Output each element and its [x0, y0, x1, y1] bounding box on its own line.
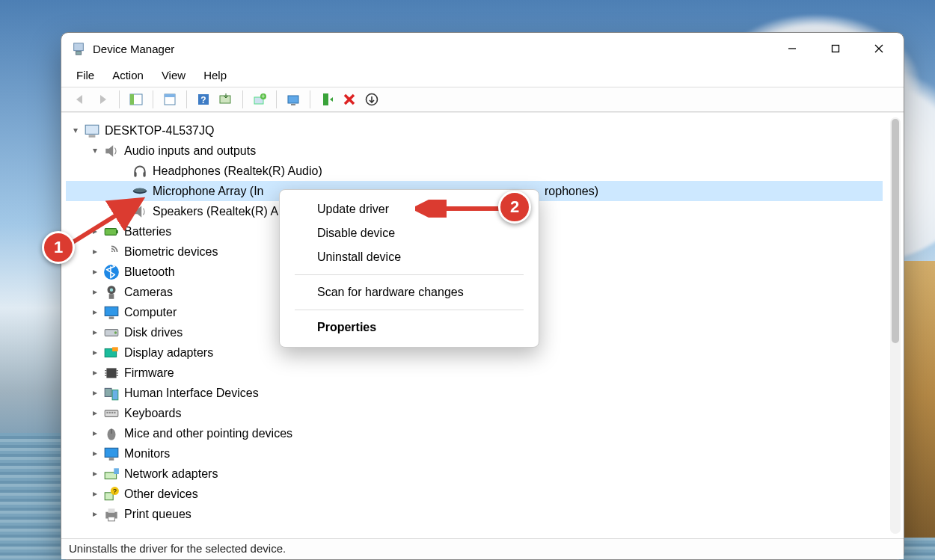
tree-category-firmware[interactable]: Firmware — [66, 363, 883, 383]
chevron-right-icon[interactable] — [90, 443, 100, 464]
svg-rect-50 — [111, 411, 113, 413]
chevron-right-icon[interactable] — [90, 342, 100, 363]
tree-category-print[interactable]: Print queues — [66, 504, 883, 524]
properties-button[interactable] — [159, 90, 180, 109]
chip-icon — [103, 365, 120, 381]
window-controls — [770, 33, 901, 64]
uninstall-device-button[interactable] — [339, 90, 360, 109]
menu-file[interactable]: File — [69, 67, 102, 84]
svg-rect-17 — [291, 104, 295, 105]
tree-item-headphones[interactable]: Headphones (Realtek(R) Audio) — [66, 161, 883, 181]
disk-icon — [103, 324, 120, 341]
back-button[interactable] — [70, 90, 91, 109]
hid-icon — [103, 385, 120, 401]
svg-rect-45 — [105, 388, 111, 396]
chevron-right-icon[interactable] — [90, 464, 100, 484]
context-menu-properties[interactable]: Properties — [280, 316, 539, 339]
tree-category-label: Bluetooth — [124, 262, 175, 282]
context-menu-disable-device[interactable]: Disable device — [280, 221, 539, 245]
svg-rect-23 — [143, 172, 145, 177]
annotation-badge-1: 1 — [42, 231, 75, 264]
tree-category-monitors[interactable]: Monitors — [66, 443, 883, 464]
chevron-down-icon[interactable] — [70, 120, 81, 141]
status-text: Uninstalls the driver for the selected d… — [69, 542, 286, 555]
svg-point-30 — [110, 288, 113, 291]
menu-help[interactable]: Help — [196, 67, 234, 84]
tree-category-hid[interactable]: Human Interface Devices — [66, 383, 883, 403]
chevron-right-icon[interactable] — [90, 262, 100, 282]
camera-icon — [103, 284, 120, 301]
svg-rect-37 — [112, 347, 118, 351]
microphone-icon — [132, 183, 148, 200]
tree-category-label: Cameras — [124, 282, 173, 302]
svg-point-35 — [114, 331, 117, 333]
maximize-button[interactable] — [814, 33, 857, 64]
tree-category-audio[interactable]: Audio inputs and outputs — [66, 141, 883, 161]
chevron-right-icon[interactable] — [90, 322, 100, 342]
disable-device-button[interactable] — [361, 90, 382, 109]
chevron-right-icon[interactable] — [90, 363, 100, 383]
svg-rect-18 — [323, 93, 328, 105]
tree-category-other[interactable]: ? Other devices — [66, 484, 883, 504]
annotation-badge-2: 2 — [498, 191, 531, 224]
update-driver-button[interactable] — [283, 90, 304, 109]
menu-view[interactable]: View — [154, 67, 193, 84]
svg-rect-38 — [106, 368, 116, 378]
svg-rect-26 — [105, 228, 116, 235]
help-button[interactable]: ? — [193, 90, 214, 109]
chevron-right-icon[interactable] — [90, 423, 100, 443]
display-adapter-icon — [103, 345, 120, 361]
tree-category-label: Firmware — [124, 363, 174, 383]
chevron-right-icon[interactable] — [90, 241, 100, 262]
mouse-icon — [103, 425, 120, 442]
tree-category-mice[interactable]: Mice and other pointing devices — [66, 423, 883, 443]
tree-category-label: Audio inputs and outputs — [124, 141, 256, 161]
scan-hardware-button[interactable] — [215, 90, 236, 109]
tree-category-label: Batteries — [124, 221, 171, 241]
context-menu-scan-hardware[interactable]: Scan for hardware changes — [280, 280, 539, 304]
chevron-down-icon[interactable] — [90, 141, 100, 161]
tree-category-keyboards[interactable]: Keyboards — [66, 403, 883, 423]
svg-rect-21 — [89, 135, 96, 137]
chevron-right-icon[interactable] — [90, 403, 100, 423]
chevron-right-icon[interactable] — [90, 221, 100, 241]
tree-item-label-suffix: rophones) — [545, 181, 598, 201]
monitor-icon — [103, 446, 120, 462]
menubar: File Action View Help — [61, 64, 904, 87]
show-hide-tree-button[interactable] — [126, 90, 147, 109]
forward-button[interactable] — [92, 90, 113, 109]
svg-rect-63 — [108, 517, 115, 521]
chevron-right-icon[interactable] — [90, 282, 100, 302]
close-button[interactable] — [857, 33, 901, 64]
chevron-right-icon[interactable] — [90, 383, 100, 403]
fingerprint-icon — [103, 244, 120, 260]
add-legacy-hardware-button[interactable]: + — [249, 90, 270, 109]
svg-rect-55 — [109, 458, 114, 460]
svg-rect-46 — [112, 390, 118, 399]
keyboard-icon — [103, 405, 120, 422]
svg-rect-48 — [106, 411, 108, 413]
chevron-right-icon[interactable] — [90, 484, 100, 504]
minimize-button[interactable] — [770, 33, 814, 64]
titlebar: Device Manager — [61, 33, 904, 64]
svg-rect-57 — [114, 468, 119, 474]
battery-icon — [103, 224, 120, 240]
tree-category-label: Keyboards — [124, 403, 182, 423]
chevron-right-icon[interactable] — [90, 302, 100, 322]
vertical-scrollbar[interactable] — [890, 117, 901, 534]
network-icon — [103, 466, 120, 482]
tree-item-label-prefix: Microphone Array (In — [153, 181, 264, 201]
menu-action[interactable]: Action — [105, 67, 151, 84]
tree-category-network[interactable]: Network adapters — [66, 464, 883, 484]
tree-category-label: Network adapters — [124, 464, 218, 484]
context-menu-uninstall-device[interactable]: Uninstall device — [280, 245, 539, 269]
tree-root[interactable]: DESKTOP-4L537JQ — [66, 120, 883, 141]
app-icon — [72, 42, 85, 55]
chevron-right-icon[interactable] — [90, 504, 100, 524]
svg-rect-7 — [130, 94, 134, 105]
window-title: Device Manager — [93, 43, 174, 55]
tree-category-label: Display adapters — [124, 342, 213, 363]
enable-device-button[interactable] — [316, 90, 337, 109]
scrollbar-thumb[interactable] — [892, 119, 899, 343]
statusbar: Uninstalls the driver for the selected d… — [61, 538, 904, 559]
